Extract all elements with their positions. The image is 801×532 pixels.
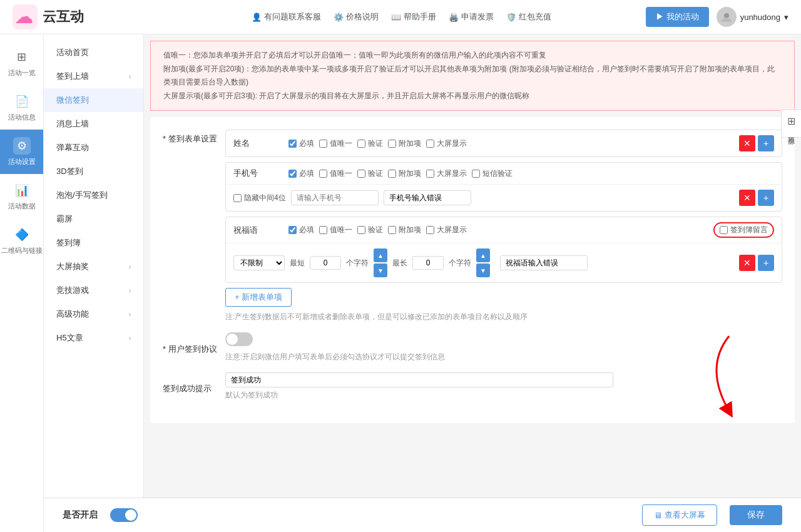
signin-form-label: * 签到表单设置 [163, 130, 225, 145]
toggle-label: 是否开启 [63, 509, 98, 521]
info-line-2: 附加项(最多可开启20项)：您添加的表单项中某一项或多项开启了验证后才可以开启其… [163, 63, 782, 90]
min-label: 最短 [290, 258, 305, 269]
menu-item-advanced[interactable]: 高级功能 › [44, 302, 143, 326]
sidebar-item-activity-data[interactable]: 📊 活动数据 [0, 174, 43, 218]
blessing-add-button[interactable]: + [758, 255, 774, 271]
sidebar-item-activity-settings[interactable]: ⚙ 活动设置 [0, 130, 43, 174]
chevron-icon-5: › [129, 335, 131, 342]
signin-form-content: 姓名 必填 值唯一 验证 附加项 [225, 130, 782, 322]
phone-required-checkbox[interactable]: 必填 [288, 168, 314, 179]
max-label: 最长 [392, 258, 407, 269]
my-activity-button[interactable]: ▶ 我的活动 [646, 7, 709, 27]
success-tip-note: 默认为签到成功 [225, 390, 782, 401]
nav-redpacket[interactable]: 🛡️ 红包充值 [506, 11, 551, 23]
user-agreement-toggle[interactable] [225, 332, 253, 346]
success-tip-input[interactable] [225, 372, 613, 387]
blessing-bigscreen-checkbox[interactable]: 大屏显示 [426, 225, 467, 235]
min-down-button[interactable]: ▼ [374, 263, 387, 277]
nav-links: 👤 有问题联系客服 ⚙️ 价格说明 📖 帮助手册 🖨️ 申请发票 🛡️ 红包充值 [156, 11, 646, 23]
name-unique-checkbox[interactable]: 值唯一 [319, 138, 352, 149]
menu-item-message-wall[interactable]: 消息上墙 [44, 112, 143, 136]
chevron-icon-3: › [129, 287, 131, 294]
view-screen-button[interactable]: 🖥 查看大屏幕 [642, 504, 717, 526]
field-row-name: 姓名 必填 值唯一 验证 附加项 [225, 130, 782, 157]
success-tip-content: 默认为签到成功 [225, 372, 782, 401]
blessing-unique-checkbox[interactable]: 值唯一 [319, 225, 352, 235]
monitor-icon: 🖥 [654, 511, 662, 520]
signin-form-row: * 签到表单设置 姓名 必填 值唯一 [163, 130, 782, 322]
sidebar-item-qr[interactable]: 🔷 二维码与链接 [0, 218, 43, 263]
nav-help[interactable]: 📖 帮助手册 [391, 11, 436, 23]
nav-pricing[interactable]: ⚙️ 价格说明 [334, 11, 379, 23]
sidebar-item-activity-list[interactable]: ⊞ 活动一览 [0, 41, 43, 85]
blessing-addon-checkbox[interactable]: 附加项 [388, 225, 421, 235]
nav-invoice[interactable]: 🖨️ 申请发票 [449, 11, 494, 23]
field-name-label: 姓名 [233, 138, 283, 149]
signin-memo-checkbox[interactable]: 签到簿留言 [720, 225, 768, 235]
hide-middle-checkbox[interactable]: 隐藏中间4位 [233, 193, 286, 203]
save-button[interactable]: 保存 [730, 505, 782, 525]
blessing-required-checkbox[interactable]: 必填 [288, 225, 314, 235]
menu-item-3d-signin[interactable]: 3D签到 [44, 160, 143, 183]
add-form-item-button[interactable]: + 新增表单项 [225, 288, 292, 307]
phone-delete-button[interactable]: ✕ [739, 190, 755, 206]
phone-add-button[interactable]: + [758, 190, 774, 206]
blessing-error-input[interactable] [500, 255, 588, 270]
user-agreement-content: 注意:开启则微信用户填写表单后必须勾选协议才可以提交签到信息 [225, 332, 782, 362]
menu-item-home[interactable]: 活动首页 [44, 41, 143, 64]
menu-item-game[interactable]: 竞技游戏 › [44, 279, 143, 302]
right-float-panel[interactable]: ⊞ 不顶部 [781, 110, 801, 138]
success-tip-row: 签到成功提示 默认为签到成功 [163, 372, 782, 401]
phone-error-input[interactable] [384, 190, 471, 205]
max-input[interactable] [412, 256, 444, 270]
chevron-icon: › [129, 73, 131, 80]
icon-sidebar: ⊞ 活动一览 📄 活动信息 ⚙ 活动设置 📊 活动数据 🔷 二维码与链接 [0, 34, 44, 532]
menu-item-signin-wall[interactable]: 签到上墙 › [44, 64, 143, 88]
bottom-bar: 是否开启 🖥 查看大屏幕 保存 [44, 498, 801, 532]
user-agreement-row: * 用户签到协议 注意:开启则微信用户填写表单后必须勾选协议才可以提交签到信息 [163, 332, 782, 362]
name-bigscreen-checkbox[interactable]: 大屏显示 [426, 138, 467, 149]
phone-sub-btn-group: ✕ + [739, 190, 774, 206]
name-delete-button[interactable]: ✕ [739, 135, 755, 151]
phone-sms-checkbox[interactable]: 短信验证 [472, 168, 513, 179]
phone-placeholder-input[interactable] [291, 190, 379, 205]
min-up-button[interactable]: ▲ [374, 248, 387, 262]
menu-item-signin-book[interactable]: 签到簿 [44, 231, 143, 255]
toggle-slider [225, 332, 253, 346]
name-addon-checkbox[interactable]: 附加项 [388, 138, 421, 149]
name-add-button[interactable]: + [758, 135, 774, 151]
blessing-verify-checkbox[interactable]: 验证 [357, 225, 383, 235]
max-down-button[interactable]: ▼ [476, 263, 490, 277]
max-unit: 个字符 [449, 258, 471, 269]
name-verify-checkbox[interactable]: 验证 [357, 138, 383, 149]
menu-item-screen-lottery[interactable]: 大屏抽奖 › [44, 255, 143, 279]
user-chevron: ▾ [784, 13, 788, 22]
name-required-checkbox[interactable]: 必填 [288, 138, 314, 149]
logo-text: 云互动 [43, 8, 84, 26]
min-input[interactable] [310, 256, 341, 270]
activity-info-icon: 📄 [13, 93, 31, 110]
nav-contact[interactable]: 👤 有问题联系客服 [252, 11, 321, 23]
blessing-delete-button[interactable]: ✕ [739, 255, 755, 271]
menu-item-h5[interactable]: H5文章 › [44, 326, 143, 350]
max-up-button[interactable]: ▲ [476, 248, 490, 262]
info-line-1: 值唯一：您添加表单项并开启了必填后才可以开启值唯一；值唯一即为此项所有的微信用户… [163, 49, 782, 63]
min-stepper: ▲ ▼ [374, 248, 387, 277]
menu-item-bullet[interactable]: 弹幕互动 [44, 136, 143, 160]
user-area[interactable]: yunhudong ▾ [717, 7, 788, 27]
user-agreement-label: * 用户签到协议 [163, 340, 225, 355]
enable-toggle[interactable] [110, 508, 138, 522]
field-row-blessing: 祝福语 必填 值唯一 验证 附加项 [225, 217, 782, 283]
phone-bigscreen-checkbox[interactable]: 大屏显示 [426, 168, 467, 179]
phone-verify-checkbox[interactable]: 验证 [357, 168, 383, 179]
phone-unique-checkbox[interactable]: 值唯一 [319, 168, 352, 179]
sidebar-item-activity-info[interactable]: 📄 活动信息 [0, 85, 43, 130]
menu-item-wechat-signin[interactable]: 微信签到 [44, 88, 143, 112]
add-item-note: 注:产生签到数据后不可新增或者删除表单项，但是可以修改已添加的表单项目名称以及顺… [225, 312, 782, 322]
top-nav: ☁ 云互动 👤 有问题联系客服 ⚙️ 价格说明 📖 帮助手册 🖨️ 申请发票 🛡… [0, 0, 801, 34]
menu-item-bubble-signin[interactable]: 泡泡/手写签到 [44, 183, 143, 207]
menu-item-fullscreen[interactable]: 霸屏 [44, 207, 143, 231]
phone-addon-checkbox[interactable]: 附加项 [388, 168, 421, 179]
form-section: * 签到表单设置 姓名 必填 值唯一 [150, 117, 795, 423]
blessing-limit-select[interactable]: 不限制 限制字数 [233, 255, 285, 270]
